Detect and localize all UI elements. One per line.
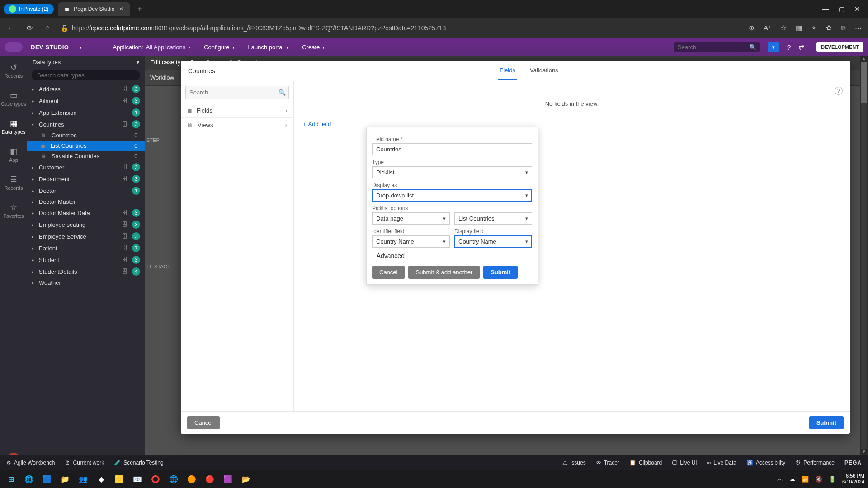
rail-data-types[interactable]: ▦Data types bbox=[0, 116, 27, 137]
taskbar-explorer-icon[interactable]: 📁 bbox=[58, 472, 72, 486]
performance[interactable]: ⏱ Performance bbox=[795, 460, 835, 466]
more-icon[interactable]: ⋯ bbox=[855, 24, 862, 32]
favorites-bar-icon[interactable]: ✿ bbox=[826, 24, 832, 32]
extensions-icon[interactable]: ✧ bbox=[811, 24, 817, 32]
tab-fields[interactable]: Fields bbox=[498, 61, 517, 80]
popover-submit-button[interactable]: Submit bbox=[483, 266, 518, 279]
type-select[interactable]: Picklist▾ bbox=[372, 166, 532, 178]
help-icon[interactable]: ? bbox=[787, 43, 791, 51]
chevron-right-icon[interactable]: ▸ bbox=[32, 177, 36, 182]
taskbar-postman-icon[interactable]: 🟠 bbox=[184, 472, 199, 486]
configure-menu[interactable]: Configure▾ bbox=[201, 44, 237, 51]
chevron-right-icon[interactable]: ▸ bbox=[32, 246, 36, 251]
submit-add-another-button[interactable]: Submit & add another bbox=[408, 266, 480, 279]
chevron-right-icon[interactable]: ▸ bbox=[32, 99, 36, 103]
picklist-source-select[interactable]: List Countries▾ bbox=[454, 212, 532, 225]
browser-tab[interactable]: ◼ Pega Dev Studio ✕ bbox=[58, 2, 130, 16]
data-type-child-row[interactable]: ≣List Countries0 bbox=[27, 141, 145, 151]
chevron-right-icon[interactable]: ▸ bbox=[32, 280, 36, 285]
chevron-right-icon[interactable]: ▸ bbox=[32, 188, 36, 193]
scroll-up-icon[interactable]: ▲ bbox=[860, 56, 868, 62]
issues[interactable]: ⚠ Issues bbox=[562, 460, 586, 466]
taskbar-wps-icon[interactable]: 🔴 bbox=[203, 472, 217, 486]
resources-icon[interactable]: ⇄ bbox=[799, 43, 805, 51]
scenario-testing[interactable]: 🧪 Scenario Testing bbox=[114, 460, 164, 466]
data-type-row[interactable]: ▸Ailment🗄3 bbox=[27, 95, 145, 107]
data-type-row[interactable]: ▸Employee Service🗄3 bbox=[27, 230, 145, 242]
taskbar-app-icon[interactable]: ◆ bbox=[94, 472, 108, 486]
search-icon[interactable]: 🔍 bbox=[275, 86, 288, 99]
taskbar-app3-icon[interactable]: 📂 bbox=[239, 472, 253, 486]
inprivate-badge[interactable]: InPrivate (2) bbox=[4, 4, 54, 14]
agile-workbench[interactable]: ⚙ Agile Workbench bbox=[6, 460, 55, 466]
taskbar-edge-icon[interactable]: 🟦 bbox=[40, 472, 54, 486]
advanced-toggle[interactable]: › Advanced bbox=[372, 252, 532, 259]
rail-app[interactable]: ◧App bbox=[0, 144, 27, 165]
data-type-row[interactable]: ▸Student🗄3 bbox=[27, 254, 145, 266]
heart-rate-icon[interactable]: ⧉ bbox=[841, 24, 846, 32]
data-type-row[interactable]: ▸Doctor1 bbox=[27, 185, 145, 197]
rail-recents[interactable]: ↺Recents bbox=[0, 60, 27, 81]
data-type-row[interactable]: ▸Address🗄3 bbox=[27, 83, 145, 95]
tray-expand-icon[interactable]: ︿ bbox=[777, 475, 783, 483]
display-as-select[interactable]: Drop-down list▾ bbox=[372, 189, 532, 202]
rail-favorites[interactable]: ☆Favorites bbox=[0, 200, 27, 221]
chevron-right-icon[interactable]: ▸ bbox=[32, 87, 36, 92]
battery-icon[interactable]: 🔋 bbox=[829, 476, 836, 483]
left-item-fields[interactable]: ≣ Fields › bbox=[181, 103, 293, 118]
rail-records[interactable]: ≣Records bbox=[0, 172, 27, 193]
data-type-row[interactable]: ▸Department🗄3 bbox=[27, 173, 145, 185]
taskbar-teams-icon[interactable]: 👥 bbox=[76, 472, 90, 486]
live-ui[interactable]: 🖵 Live UI bbox=[672, 460, 697, 466]
chevron-right-icon[interactable]: ▸ bbox=[32, 211, 36, 216]
taskbar-record-icon[interactable]: ⭕ bbox=[148, 472, 163, 486]
vertical-scrollbar[interactable]: ▲ ▼ bbox=[860, 56, 868, 455]
data-type-row[interactable]: ▾Countries🗄3 bbox=[27, 118, 145, 130]
picklist-options-select[interactable]: Data page▾ bbox=[372, 212, 450, 225]
taskbar-app2-icon[interactable]: 🟪 bbox=[221, 472, 235, 486]
studio-switcher[interactable]: ▾ bbox=[77, 45, 85, 50]
read-aloud-icon[interactable]: A⁺ bbox=[764, 24, 772, 32]
tab-workflow[interactable]: Workflow bbox=[150, 74, 174, 81]
tracer[interactable]: 👁 Tracer bbox=[596, 460, 619, 466]
modal-submit-button[interactable]: Submit bbox=[809, 416, 844, 429]
modal-search-input[interactable] bbox=[186, 86, 275, 99]
scroll-down-icon[interactable]: ▼ bbox=[860, 449, 868, 455]
maximize-icon[interactable]: ▢ bbox=[839, 5, 844, 13]
taskbar-chrome-icon[interactable]: 🌐 bbox=[22, 472, 36, 486]
create-menu[interactable]: Create▾ bbox=[299, 44, 327, 51]
data-type-row[interactable]: ▸StudentDetails🗄4 bbox=[27, 266, 145, 277]
chevron-right-icon[interactable]: ▸ bbox=[32, 165, 36, 170]
refresh-icon[interactable]: ⟳ bbox=[24, 24, 34, 33]
accessibility[interactable]: ♿ Accessibility bbox=[746, 460, 785, 466]
chevron-down-icon[interactable]: ▾ bbox=[32, 122, 36, 127]
display-field-select[interactable]: Country Name▾ bbox=[454, 235, 532, 248]
identifier-select[interactable]: Country Name▾ bbox=[372, 235, 450, 248]
favorite-icon[interactable]: ☆ bbox=[781, 24, 787, 32]
clipboard-tool[interactable]: 📋 Clipboard bbox=[629, 460, 662, 466]
url-field[interactable]: 🔒 https://epcoe.eclatprime.com:8081/prwe… bbox=[61, 24, 741, 32]
data-type-child-row[interactable]: 🗎Savable Countries0 bbox=[27, 151, 145, 161]
data-type-row[interactable]: ▸Customer🗄3 bbox=[27, 161, 145, 173]
panel-search-input[interactable] bbox=[37, 72, 135, 79]
global-search-input[interactable] bbox=[678, 44, 745, 51]
start-button[interactable]: ⊞ bbox=[4, 472, 18, 486]
field-name-input[interactable] bbox=[372, 143, 532, 155]
back-icon[interactable]: ← bbox=[6, 24, 16, 32]
popover-cancel-button[interactable]: Cancel bbox=[372, 266, 405, 279]
pega-logo[interactable] bbox=[5, 42, 23, 52]
volume-icon[interactable]: 🔇 bbox=[815, 476, 822, 483]
chevron-right-icon[interactable]: ▸ bbox=[32, 199, 36, 204]
launch-portal-menu[interactable]: Launch portal▾ bbox=[245, 44, 292, 51]
data-type-child-row[interactable]: 🗎Countries0 bbox=[27, 130, 145, 141]
current-work[interactable]: 🗎 Current work bbox=[65, 460, 104, 466]
left-item-views[interactable]: 🗎 Views › bbox=[181, 118, 293, 132]
data-type-row[interactable]: ▸Doctor Master Data🗄3 bbox=[27, 207, 145, 219]
chevron-right-icon[interactable]: ▸ bbox=[32, 110, 36, 115]
taskbar-chrome2-icon[interactable]: 🌐 bbox=[166, 472, 181, 486]
new-tab-button[interactable]: + bbox=[132, 4, 147, 14]
data-type-row[interactable]: ▸Doctor Master bbox=[27, 197, 145, 207]
data-type-row[interactable]: ▸Employee seating🗄3 bbox=[27, 219, 145, 230]
record-button[interactable]: ▾ bbox=[768, 42, 779, 52]
application-menu[interactable]: Application: All Applications ▾ bbox=[110, 44, 193, 51]
